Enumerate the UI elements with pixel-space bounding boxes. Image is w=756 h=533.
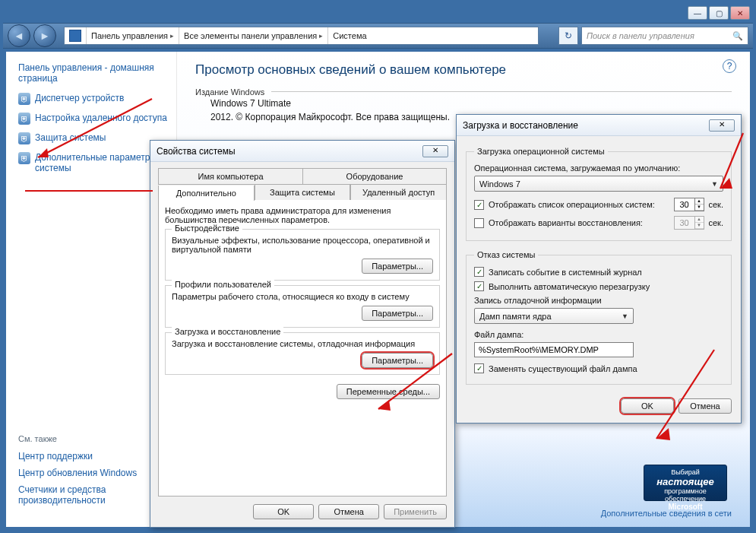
show-os-list-checkbox[interactable]: ✓	[474, 200, 484, 210]
page-title: Просмотр основных сведений о вашем компь…	[195, 62, 732, 78]
overwrite-checkbox[interactable]: ✓	[474, 363, 484, 373]
help-icon[interactable]: ?	[723, 59, 736, 73]
sysprops-apply-button[interactable]: Применить	[384, 504, 447, 519]
search-input[interactable]: Поиск в панели управления 🔍	[581, 27, 748, 45]
startrec-close-button[interactable]: ✕	[709, 119, 735, 132]
overwrite-label: Заменять существующий файл дампа	[489, 364, 637, 373]
startrec-cancel-button[interactable]: Отмена	[679, 398, 732, 414]
default-os-combo[interactable]: Windows 7▼	[474, 176, 723, 192]
tab-remote[interactable]: Удаленный доступ	[350, 185, 447, 200]
startrec-ok-button[interactable]: OK	[621, 398, 674, 414]
recovery-timeout-input	[675, 217, 694, 229]
sysprops-cancel-button[interactable]: Отмена	[318, 504, 379, 519]
forward-button[interactable]: ►	[33, 24, 56, 47]
system-failure-legend: Отказ системы	[474, 250, 538, 259]
footer-link-perf[interactable]: Счетчики и средства производительности	[18, 484, 170, 506]
address-bar[interactable]: Панель управления▸ Все элементы панели у…	[64, 27, 539, 45]
profiles-text: Параметры рабочего стола, относящиеся ко…	[172, 292, 433, 301]
sysprops-close-button[interactable]: ✕	[422, 145, 448, 157]
startrec-titlebar: Загрузка и восстановление ✕	[457, 115, 741, 136]
sysprops-titlebar: Свойства системы ✕	[150, 141, 454, 162]
annotation-underline	[25, 190, 153, 192]
sidebar-item-remote[interactable]: ⛨Настройка удаленного доступа	[18, 113, 169, 125]
log-event-label: Записать событие в системный журнал	[489, 268, 642, 277]
shield-icon: ⛨	[18, 93, 30, 105]
auto-restart-checkbox[interactable]: ✓	[474, 281, 484, 291]
system-properties-dialog: Свойства системы ✕ Имя компьютера Оборуд…	[150, 140, 455, 528]
startup-recovery-dialog: Загрузка и восстановление ✕ Загрузка опе…	[456, 114, 742, 424]
crumb-2[interactable]: Все элементы панели управления	[184, 31, 317, 40]
minimize-button[interactable]: —	[688, 6, 707, 20]
os-boot-legend: Загрузка операционной системы	[474, 147, 608, 156]
tab-advanced[interactable]: Дополнительно	[158, 186, 255, 201]
env-vars-button[interactable]: Переменные среды...	[337, 384, 440, 399]
footer-link-action-center[interactable]: Центр поддержки	[18, 451, 170, 462]
footer-link-windows-update[interactable]: Центр обновления Windows	[18, 468, 170, 478]
tab-hardware[interactable]: Оборудование	[302, 168, 447, 184]
sidebar-item-protection[interactable]: ⛨Защита системы	[18, 132, 169, 144]
sysprops-ok-button[interactable]: OK	[253, 504, 314, 519]
edition-name: Windows 7 Ultimate	[210, 98, 732, 109]
refresh-button[interactable]: ↻	[558, 27, 578, 45]
auto-restart-label: Выполнить автоматическую перезагрузку	[489, 282, 650, 291]
perf-settings-button[interactable]: Параметры...	[362, 259, 433, 274]
profiles-legend: Профили пользователей	[172, 280, 274, 289]
tab-computer-name[interactable]: Имя компьютера	[158, 168, 302, 184]
sysprops-title: Свойства системы	[157, 146, 236, 157]
profiles-settings-button[interactable]: Параметры...	[362, 306, 433, 321]
os-list-timeout-spinner[interactable]: ▲▼	[674, 198, 704, 211]
perf-legend: Быстродействие	[172, 224, 242, 233]
sidebar-item-advanced[interactable]: ⛨Дополнительные параметры системы	[18, 152, 169, 173]
maximize-button[interactable]: ▢	[709, 6, 729, 20]
shield-icon: ⛨	[18, 152, 30, 164]
debug-info-combo[interactable]: Дамп памяти ядра▼	[474, 308, 634, 324]
crumb-3[interactable]: Система	[333, 31, 366, 40]
startrec-title: Загрузка и восстановление	[463, 120, 578, 131]
show-os-list-label: Отображать список операционных систем:	[489, 200, 669, 209]
window-titlebar: — ▢ ✕	[3, 3, 753, 23]
shield-icon: ⛨	[18, 132, 30, 144]
see-also-label: См. также	[18, 434, 170, 443]
recovery-timeout-spinner: ▲▼	[674, 216, 704, 230]
tab-system-protection[interactable]: Защита системы	[255, 185, 351, 200]
startup-legend: Загрузка и восстановление	[172, 327, 283, 336]
search-icon: 🔍	[732, 31, 743, 41]
genuine-microsoft-badge[interactable]: Выбирай настоящее программное обеспечени…	[644, 465, 727, 501]
show-recovery-checkbox[interactable]	[474, 218, 484, 228]
edition-legend: Издание Windows	[195, 87, 264, 97]
more-info-link[interactable]: Дополнительные сведения в сети	[601, 509, 732, 518]
dump-file-label: Файл дампа:	[474, 330, 723, 339]
chevron-down-icon: ▼	[711, 180, 718, 188]
search-placeholder: Поиск в панели управления	[587, 31, 694, 40]
log-event-checkbox[interactable]: ✓	[474, 267, 484, 277]
crumb-1[interactable]: Панель управления	[91, 31, 168, 40]
shield-icon: ⛨	[18, 113, 30, 125]
admin-note: Необходимо иметь права администратора дл…	[165, 206, 440, 224]
chevron-down-icon: ▼	[622, 313, 628, 320]
dump-file-input[interactable]	[474, 342, 634, 357]
perf-text: Визуальные эффекты, использование процес…	[172, 236, 433, 254]
nav-bar: ◄ ► Панель управления▸ Все элементы пане…	[3, 23, 753, 49]
debug-info-label: Запись отладочной информации	[474, 296, 723, 305]
sec-label-2: сек.	[709, 218, 724, 227]
close-button[interactable]: ✕	[730, 6, 750, 20]
startup-text: Загрузка и восстановление системы, отлад…	[172, 339, 433, 348]
default-os-label: Операционная система, загружаемая по умо…	[474, 163, 723, 173]
back-button[interactable]: ◄	[8, 24, 30, 47]
sidebar-item-device-manager[interactable]: ⛨Диспетчер устройств	[18, 93, 169, 105]
os-list-timeout-input[interactable]	[675, 198, 694, 211]
sec-label: сек.	[709, 200, 724, 209]
show-recovery-label: Отображать варианты восстановления:	[489, 218, 669, 227]
sidebar-home-link[interactable]: Панель управления - домашняя страница	[18, 62, 169, 84]
startup-settings-button[interactable]: Параметры...	[362, 353, 433, 368]
